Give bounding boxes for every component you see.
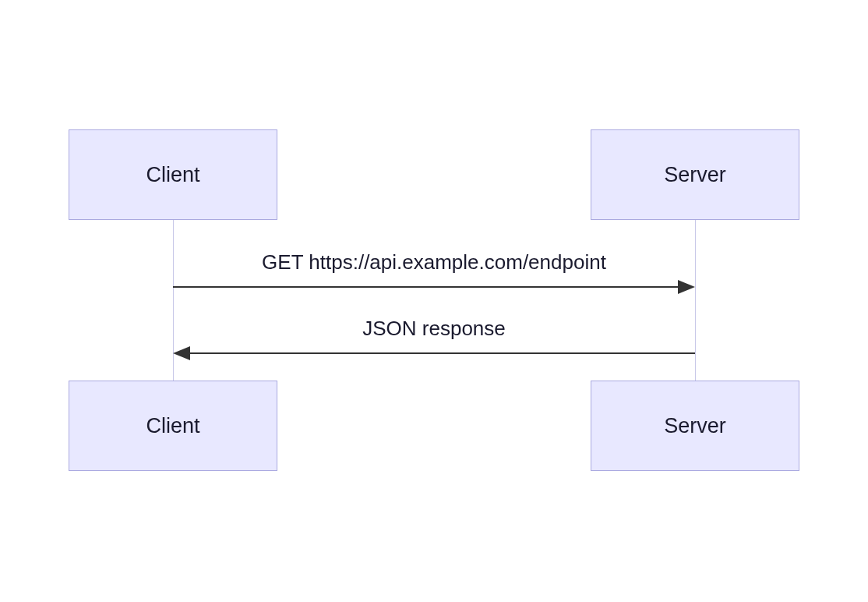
arrowhead-left-icon	[173, 346, 190, 360]
message-label-response: JSON response	[173, 317, 695, 341]
actor-label: Server	[664, 414, 726, 438]
actor-label: Server	[664, 163, 726, 187]
message-line-request	[173, 286, 681, 288]
actor-client-bottom: Client	[69, 381, 277, 471]
actor-label: Client	[146, 414, 199, 438]
message-line-response	[187, 352, 695, 354]
actor-client-top: Client	[69, 129, 277, 220]
sequence-diagram: Client Server GET https://api.example.co…	[0, 0, 868, 602]
lifeline-server	[695, 220, 696, 381]
message-label-request: GET https://api.example.com/endpoint	[173, 250, 695, 274]
actor-server-bottom: Server	[591, 381, 799, 471]
actor-server-top: Server	[591, 129, 799, 220]
arrowhead-right-icon	[678, 280, 695, 294]
actor-label: Client	[146, 163, 199, 187]
